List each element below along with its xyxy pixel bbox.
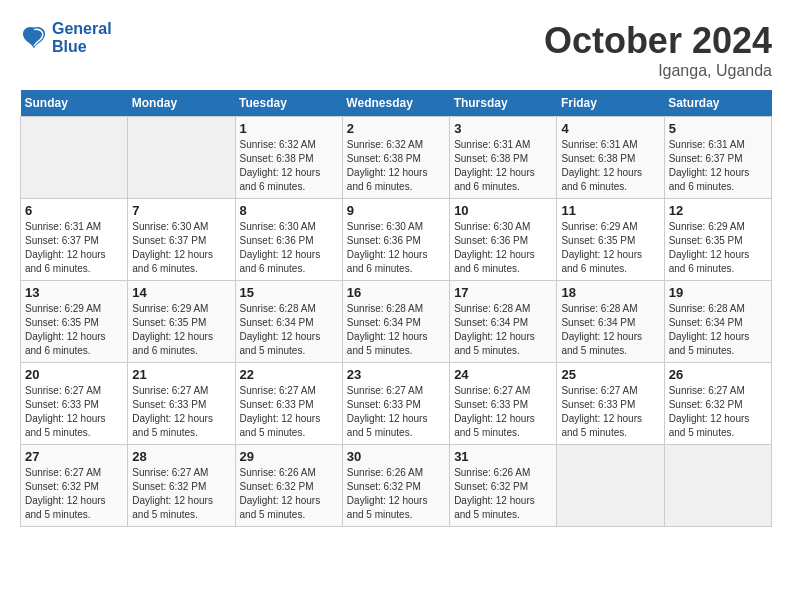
day-detail: Sunrise: 6:30 AM Sunset: 6:36 PM Dayligh…	[240, 220, 338, 276]
calendar-cell: 13Sunrise: 6:29 AM Sunset: 6:35 PM Dayli…	[21, 281, 128, 363]
day-detail: Sunrise: 6:28 AM Sunset: 6:34 PM Dayligh…	[669, 302, 767, 358]
day-number: 14	[132, 285, 230, 300]
day-number: 29	[240, 449, 338, 464]
calendar-cell: 11Sunrise: 6:29 AM Sunset: 6:35 PM Dayli…	[557, 199, 664, 281]
calendar-cell: 19Sunrise: 6:28 AM Sunset: 6:34 PM Dayli…	[664, 281, 771, 363]
day-detail: Sunrise: 6:27 AM Sunset: 6:32 PM Dayligh…	[132, 466, 230, 522]
day-detail: Sunrise: 6:27 AM Sunset: 6:32 PM Dayligh…	[25, 466, 123, 522]
day-detail: Sunrise: 6:30 AM Sunset: 6:37 PM Dayligh…	[132, 220, 230, 276]
calendar-cell: 30Sunrise: 6:26 AM Sunset: 6:32 PM Dayli…	[342, 445, 449, 527]
day-number: 3	[454, 121, 552, 136]
day-detail: Sunrise: 6:31 AM Sunset: 6:37 PM Dayligh…	[669, 138, 767, 194]
calendar-cell: 6Sunrise: 6:31 AM Sunset: 6:37 PM Daylig…	[21, 199, 128, 281]
calendar-cell: 10Sunrise: 6:30 AM Sunset: 6:36 PM Dayli…	[450, 199, 557, 281]
day-detail: Sunrise: 6:26 AM Sunset: 6:32 PM Dayligh…	[347, 466, 445, 522]
day-number: 26	[669, 367, 767, 382]
day-number: 12	[669, 203, 767, 218]
day-number: 11	[561, 203, 659, 218]
day-detail: Sunrise: 6:29 AM Sunset: 6:35 PM Dayligh…	[669, 220, 767, 276]
calendar-cell: 15Sunrise: 6:28 AM Sunset: 6:34 PM Dayli…	[235, 281, 342, 363]
day-detail: Sunrise: 6:27 AM Sunset: 6:33 PM Dayligh…	[25, 384, 123, 440]
weekday-header: Thursday	[450, 90, 557, 117]
day-number: 8	[240, 203, 338, 218]
day-number: 6	[25, 203, 123, 218]
calendar-cell: 25Sunrise: 6:27 AM Sunset: 6:33 PM Dayli…	[557, 363, 664, 445]
month-title: October 2024	[544, 20, 772, 62]
day-detail: Sunrise: 6:29 AM Sunset: 6:35 PM Dayligh…	[25, 302, 123, 358]
day-detail: Sunrise: 6:27 AM Sunset: 6:33 PM Dayligh…	[454, 384, 552, 440]
day-number: 10	[454, 203, 552, 218]
calendar-cell: 5Sunrise: 6:31 AM Sunset: 6:37 PM Daylig…	[664, 117, 771, 199]
calendar-cell: 29Sunrise: 6:26 AM Sunset: 6:32 PM Dayli…	[235, 445, 342, 527]
day-number: 25	[561, 367, 659, 382]
day-detail: Sunrise: 6:26 AM Sunset: 6:32 PM Dayligh…	[454, 466, 552, 522]
calendar-cell: 28Sunrise: 6:27 AM Sunset: 6:32 PM Dayli…	[128, 445, 235, 527]
calendar-week-row: 6Sunrise: 6:31 AM Sunset: 6:37 PM Daylig…	[21, 199, 772, 281]
weekday-header-row: SundayMondayTuesdayWednesdayThursdayFrid…	[21, 90, 772, 117]
day-detail: Sunrise: 6:27 AM Sunset: 6:33 PM Dayligh…	[132, 384, 230, 440]
logo: General Blue	[20, 20, 112, 56]
calendar-cell	[128, 117, 235, 199]
day-detail: Sunrise: 6:29 AM Sunset: 6:35 PM Dayligh…	[132, 302, 230, 358]
calendar-cell: 1Sunrise: 6:32 AM Sunset: 6:38 PM Daylig…	[235, 117, 342, 199]
weekday-header: Sunday	[21, 90, 128, 117]
calendar-cell	[21, 117, 128, 199]
day-number: 31	[454, 449, 552, 464]
calendar-cell: 9Sunrise: 6:30 AM Sunset: 6:36 PM Daylig…	[342, 199, 449, 281]
location-subtitle: Iganga, Uganda	[544, 62, 772, 80]
day-detail: Sunrise: 6:28 AM Sunset: 6:34 PM Dayligh…	[347, 302, 445, 358]
calendar-cell: 8Sunrise: 6:30 AM Sunset: 6:36 PM Daylig…	[235, 199, 342, 281]
page-header: General Blue October 2024 Iganga, Uganda	[20, 20, 772, 80]
calendar-cell: 4Sunrise: 6:31 AM Sunset: 6:38 PM Daylig…	[557, 117, 664, 199]
calendar-cell: 3Sunrise: 6:31 AM Sunset: 6:38 PM Daylig…	[450, 117, 557, 199]
day-detail: Sunrise: 6:28 AM Sunset: 6:34 PM Dayligh…	[454, 302, 552, 358]
day-number: 30	[347, 449, 445, 464]
day-number: 27	[25, 449, 123, 464]
calendar-cell: 16Sunrise: 6:28 AM Sunset: 6:34 PM Dayli…	[342, 281, 449, 363]
day-number: 2	[347, 121, 445, 136]
day-number: 13	[25, 285, 123, 300]
day-number: 15	[240, 285, 338, 300]
day-detail: Sunrise: 6:28 AM Sunset: 6:34 PM Dayligh…	[561, 302, 659, 358]
logo-icon	[20, 24, 48, 52]
calendar-cell: 17Sunrise: 6:28 AM Sunset: 6:34 PM Dayli…	[450, 281, 557, 363]
day-number: 28	[132, 449, 230, 464]
weekday-header: Saturday	[664, 90, 771, 117]
title-block: October 2024 Iganga, Uganda	[544, 20, 772, 80]
day-number: 23	[347, 367, 445, 382]
calendar-cell: 22Sunrise: 6:27 AM Sunset: 6:33 PM Dayli…	[235, 363, 342, 445]
calendar-cell: 7Sunrise: 6:30 AM Sunset: 6:37 PM Daylig…	[128, 199, 235, 281]
calendar-cell: 12Sunrise: 6:29 AM Sunset: 6:35 PM Dayli…	[664, 199, 771, 281]
day-detail: Sunrise: 6:28 AM Sunset: 6:34 PM Dayligh…	[240, 302, 338, 358]
day-number: 20	[25, 367, 123, 382]
weekday-header: Friday	[557, 90, 664, 117]
day-detail: Sunrise: 6:27 AM Sunset: 6:33 PM Dayligh…	[561, 384, 659, 440]
day-detail: Sunrise: 6:29 AM Sunset: 6:35 PM Dayligh…	[561, 220, 659, 276]
day-detail: Sunrise: 6:32 AM Sunset: 6:38 PM Dayligh…	[240, 138, 338, 194]
calendar-cell	[557, 445, 664, 527]
day-detail: Sunrise: 6:32 AM Sunset: 6:38 PM Dayligh…	[347, 138, 445, 194]
day-detail: Sunrise: 6:27 AM Sunset: 6:33 PM Dayligh…	[347, 384, 445, 440]
calendar-week-row: 1Sunrise: 6:32 AM Sunset: 6:38 PM Daylig…	[21, 117, 772, 199]
calendar-cell: 26Sunrise: 6:27 AM Sunset: 6:32 PM Dayli…	[664, 363, 771, 445]
day-number: 1	[240, 121, 338, 136]
weekday-header: Wednesday	[342, 90, 449, 117]
weekday-header: Monday	[128, 90, 235, 117]
calendar-cell: 21Sunrise: 6:27 AM Sunset: 6:33 PM Dayli…	[128, 363, 235, 445]
day-detail: Sunrise: 6:31 AM Sunset: 6:37 PM Dayligh…	[25, 220, 123, 276]
day-detail: Sunrise: 6:31 AM Sunset: 6:38 PM Dayligh…	[454, 138, 552, 194]
calendar-week-row: 27Sunrise: 6:27 AM Sunset: 6:32 PM Dayli…	[21, 445, 772, 527]
calendar-cell: 14Sunrise: 6:29 AM Sunset: 6:35 PM Dayli…	[128, 281, 235, 363]
calendar-cell: 24Sunrise: 6:27 AM Sunset: 6:33 PM Dayli…	[450, 363, 557, 445]
day-number: 24	[454, 367, 552, 382]
calendar-cell: 31Sunrise: 6:26 AM Sunset: 6:32 PM Dayli…	[450, 445, 557, 527]
weekday-header: Tuesday	[235, 90, 342, 117]
day-number: 9	[347, 203, 445, 218]
day-detail: Sunrise: 6:27 AM Sunset: 6:33 PM Dayligh…	[240, 384, 338, 440]
calendar-week-row: 13Sunrise: 6:29 AM Sunset: 6:35 PM Dayli…	[21, 281, 772, 363]
calendar-cell: 20Sunrise: 6:27 AM Sunset: 6:33 PM Dayli…	[21, 363, 128, 445]
calendar-cell: 2Sunrise: 6:32 AM Sunset: 6:38 PM Daylig…	[342, 117, 449, 199]
day-detail: Sunrise: 6:27 AM Sunset: 6:32 PM Dayligh…	[669, 384, 767, 440]
day-number: 19	[669, 285, 767, 300]
calendar-cell: 27Sunrise: 6:27 AM Sunset: 6:32 PM Dayli…	[21, 445, 128, 527]
